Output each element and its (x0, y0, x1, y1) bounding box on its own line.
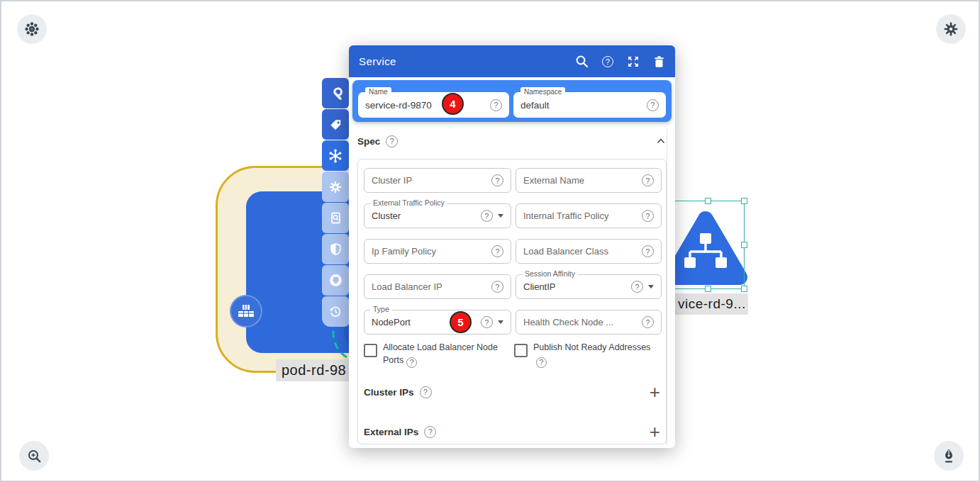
selection-box (671, 201, 745, 289)
wrench-icon (328, 86, 343, 101)
spec-fields-panel: Cluster IP External Name External Traffi… (357, 159, 667, 444)
health-check-node-port-field[interactable]: Health Check Node ... (516, 310, 662, 335)
menu-button[interactable] (17, 14, 47, 44)
dropdown-caret-icon[interactable] (498, 320, 503, 324)
search-icon[interactable] (575, 55, 589, 68)
ip-family-policy-field[interactable]: Ip Family Policy (364, 239, 511, 264)
toolbar-item-network-hub[interactable] (322, 140, 349, 171)
service-name-label: vice-rd-9... (672, 293, 748, 315)
namespace-field-value: default (520, 100, 647, 111)
dropdown-caret-icon[interactable] (498, 214, 503, 218)
network-hub-icon (328, 148, 343, 164)
toolbar-item-github[interactable] (322, 265, 349, 296)
name-field-label: Name (365, 87, 391, 96)
settings-button[interactable] (936, 14, 966, 44)
github-icon (328, 273, 343, 288)
help-icon[interactable] (631, 281, 643, 293)
metadata-strip: Name service-rd-9870 4 Namespace default (352, 80, 672, 122)
session-affinity-select[interactable]: Session Affinity ClientIP (516, 274, 662, 299)
gear-icon (328, 180, 343, 194)
resize-handle[interactable] (741, 242, 747, 248)
resize-handle[interactable] (741, 286, 747, 292)
dropdown-caret-icon[interactable] (648, 285, 654, 288)
toolbar-item-wrench[interactable] (322, 78, 349, 108)
help-icon[interactable] (481, 210, 493, 222)
pen-tool-button[interactable] (934, 441, 964, 471)
name-field-value: service-rd-9870 (365, 100, 490, 111)
namespace-field[interactable]: Namespace default (513, 92, 666, 118)
collapse-chevron-up-icon[interactable] (655, 136, 667, 146)
cluster-ip-field[interactable]: Cluster IP (364, 168, 511, 193)
help-icon[interactable] (386, 135, 398, 147)
help-icon[interactable] (491, 174, 503, 186)
resize-handle[interactable] (705, 286, 711, 292)
dialog-header: Service (349, 45, 675, 77)
type-select[interactable]: Type NodePort 5 (364, 310, 511, 335)
help-icon[interactable] (491, 281, 503, 293)
checkbox[interactable] (514, 344, 528, 357)
service-dialog: Service Name (349, 45, 675, 448)
gear-icon (943, 21, 959, 37)
node-toolbar (322, 78, 349, 327)
kubernetes-diagram-editor: pod-rd-98 vice-rd-9... (0, 0, 980, 482)
internal-traffic-policy-field[interactable]: Internal Traffic Policy (516, 203, 662, 228)
help-icon[interactable] (481, 316, 493, 328)
load-balancer-class-field[interactable]: Load Balancer Class (516, 239, 662, 264)
cluster-ips-section: Cluster IPs (364, 385, 660, 399)
spec-section-title: Spec (357, 136, 380, 147)
tag-icon (328, 118, 343, 132)
help-icon[interactable] (424, 426, 436, 438)
shield-icon (329, 242, 343, 256)
toolbar-item-tag[interactable] (322, 109, 349, 140)
external-ips-section: External IPs (364, 425, 660, 439)
trash-icon[interactable] (653, 55, 665, 68)
help-icon[interactable] (536, 357, 547, 368)
pen-nib-icon (941, 448, 957, 464)
help-icon[interactable] (642, 174, 654, 186)
toolbar-item-search-resource[interactable] (322, 203, 349, 233)
help-icon[interactable] (602, 56, 613, 67)
allocate-lb-node-ports-checkbox-row: Allocate Load Balancer Node Ports (364, 341, 510, 368)
checkbox[interactable] (364, 344, 377, 357)
help-icon[interactable] (420, 386, 432, 398)
expand-icon[interactable] (627, 55, 640, 68)
dialog-title: Service (359, 55, 575, 67)
zoom-in-icon (27, 449, 42, 464)
external-traffic-policy-select[interactable]: External Traffic Policy Cluster (364, 203, 511, 228)
containers-icon (237, 303, 255, 320)
toolbar-item-settings[interactable] (322, 172, 349, 202)
add-external-ip-button[interactable] (650, 425, 660, 439)
publish-not-ready-addresses-checkbox-row: Publish Not Ready Addresses (514, 341, 660, 368)
add-cluster-ip-button[interactable] (650, 385, 660, 399)
annotation-badge-5: 5 (450, 311, 472, 333)
help-icon[interactable] (642, 245, 654, 257)
resize-handle[interactable] (705, 198, 711, 204)
name-field[interactable]: Name service-rd-9870 4 (358, 92, 509, 118)
namespace-field-label: Namespace (520, 87, 565, 96)
history-icon (328, 305, 343, 319)
search-document-icon (329, 211, 343, 225)
external-name-field[interactable]: External Name (516, 168, 662, 193)
toolbar-item-history[interactable] (322, 296, 349, 327)
container-badge[interactable] (230, 295, 262, 327)
help-icon[interactable] (406, 357, 417, 368)
toolbar-item-security[interactable] (322, 234, 349, 264)
load-balancer-ip-field[interactable]: Load Balancer IP (364, 274, 511, 299)
help-icon[interactable] (491, 245, 503, 257)
dialog-body: Spec Cluster IP External Name External T… (349, 133, 675, 444)
help-icon[interactable] (647, 99, 659, 111)
pod-name-label: pod-rd-98 (276, 359, 361, 381)
zoom-button[interactable] (19, 441, 49, 471)
resize-handle[interactable] (741, 198, 747, 204)
annotation-badge-4: 4 (442, 93, 464, 115)
wheel-icon (24, 21, 40, 37)
help-icon[interactable] (490, 99, 502, 111)
help-icon[interactable] (642, 316, 654, 328)
help-icon[interactable] (642, 210, 654, 222)
